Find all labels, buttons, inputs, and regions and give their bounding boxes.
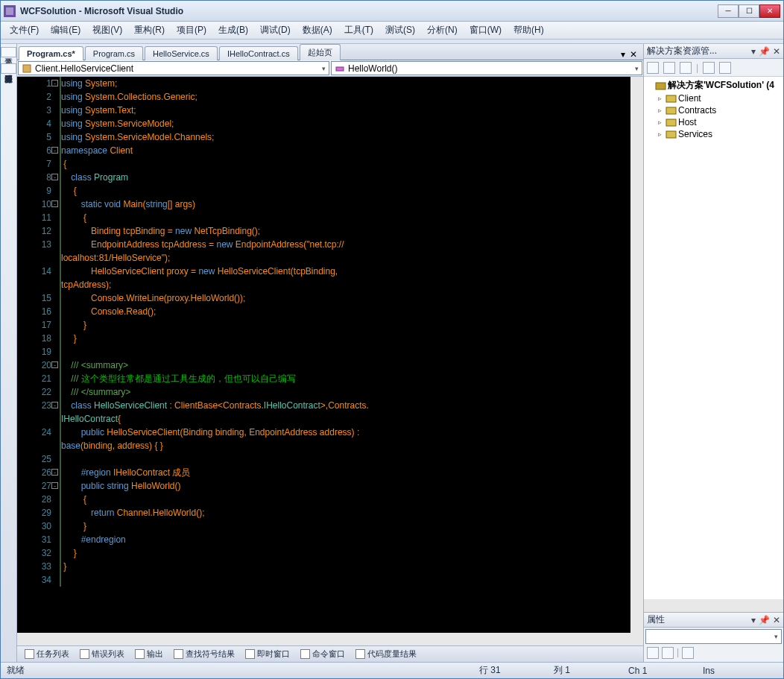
code-editor[interactable]: 1-using System;2using System.Collections… bbox=[17, 77, 630, 633]
doc-tab[interactable]: 起始页 bbox=[300, 44, 341, 60]
show-all-button[interactable] bbox=[663, 62, 675, 74]
menu-视图[interactable]: 视图(V) bbox=[86, 22, 128, 39]
doc-tab[interactable]: Program.cs bbox=[85, 46, 143, 60]
bottom-tab[interactable]: 输出 bbox=[130, 647, 168, 661]
member-combo-text: HelloWorld() bbox=[348, 63, 397, 74]
view-code-button[interactable] bbox=[703, 62, 715, 74]
menu-编辑[interactable]: 编辑(E) bbox=[45, 22, 86, 39]
tree-node[interactable]: ▹Contracts bbox=[645, 104, 782, 116]
tab-icon bbox=[25, 649, 34, 659]
minimize-button[interactable]: ─ bbox=[718, 4, 739, 18]
titlebar: WCFSolution - Microsoft Visual Studio ─ … bbox=[1, 1, 783, 22]
fold-toggle[interactable]: - bbox=[51, 147, 58, 154]
doc-tabs-controls: ▾ ✕ bbox=[621, 49, 643, 60]
alphabetical-button[interactable] bbox=[662, 647, 674, 659]
menu-文件[interactable]: 文件(F) bbox=[4, 22, 45, 39]
tab-dropdown-icon[interactable]: ▾ bbox=[621, 49, 625, 60]
type-combo[interactable]: Client.HelloServiceClient ▾ bbox=[18, 61, 329, 75]
chevron-down-icon: ▾ bbox=[635, 65, 639, 72]
menu-项目[interactable]: 项目(P) bbox=[171, 22, 212, 39]
window-buttons: ─ ☐ ✕ bbox=[718, 4, 780, 18]
menu-帮助[interactable]: 帮助(H) bbox=[508, 22, 550, 39]
window-title: WCFSolution - Microsoft Visual Studio bbox=[20, 6, 718, 16]
tree-node[interactable]: 解决方案'WCFSolution' (4 bbox=[645, 78, 782, 92]
menubar: 文件(F)编辑(E)视图(V)重构(R)项目(P)生成(B)调试(D)数据(A)… bbox=[1, 22, 783, 40]
fold-toggle[interactable]: - bbox=[51, 361, 58, 368]
fold-toggle[interactable]: - bbox=[51, 80, 58, 86]
solution-explorer-toolbar: | bbox=[644, 59, 783, 77]
menu-工具[interactable]: 工具(T) bbox=[338, 22, 379, 39]
solution-tree[interactable]: 解决方案'WCFSolution' (4▹Client▹Contracts▹Ho… bbox=[644, 77, 783, 599]
sidebar-tab[interactable]: 工具箱 bbox=[1, 47, 16, 57]
tree-node[interactable]: ▹Host bbox=[645, 116, 782, 128]
app-window: WCFSolution - Microsoft Visual Studio ─ … bbox=[0, 0, 784, 679]
panel-dropdown-icon[interactable]: ▾ bbox=[751, 46, 756, 57]
panel-pin-icon[interactable]: 📌 bbox=[759, 46, 770, 57]
main-area: 工具箱服务器资源管理器 Program.cs*Program.csHelloSe… bbox=[1, 44, 783, 662]
menu-分析[interactable]: 分析(N) bbox=[421, 22, 464, 39]
status-text: 就绪 bbox=[7, 664, 25, 677]
fold-toggle[interactable]: - bbox=[51, 469, 58, 476]
fold-toggle[interactable]: - bbox=[51, 200, 58, 207]
maximize-button[interactable]: ☐ bbox=[739, 4, 759, 18]
folder-icon bbox=[666, 117, 677, 127]
tree-node[interactable]: ▹Services bbox=[645, 128, 782, 140]
tab-icon bbox=[80, 649, 89, 659]
chevron-down-icon: ▾ bbox=[322, 65, 326, 72]
menu-窗口[interactable]: 窗口(W) bbox=[464, 22, 508, 39]
status-line: 行 31 bbox=[479, 664, 554, 677]
categorized-button[interactable] bbox=[647, 647, 659, 659]
app-icon bbox=[4, 5, 16, 17]
menu-数据[interactable]: 数据(A) bbox=[297, 22, 338, 39]
tab-icon bbox=[135, 649, 145, 659]
bottom-tab[interactable]: 命令窗口 bbox=[296, 647, 350, 661]
close-button[interactable]: ✕ bbox=[759, 4, 780, 18]
sidebar-tab[interactable]: 服务器资源管理器 bbox=[1, 63, 16, 74]
right-panel: 解决方案资源管... ▾ 📌 ✕ | 解决方案'WCFSolution' (4▹… bbox=[643, 44, 783, 662]
fold-toggle[interactable]: - bbox=[51, 402, 58, 408]
bottom-tab[interactable]: 任务列表 bbox=[20, 647, 74, 661]
fold-toggle[interactable]: - bbox=[51, 174, 58, 180]
panel-pin-icon[interactable]: 📌 bbox=[759, 615, 770, 625]
refresh-button[interactable] bbox=[680, 62, 692, 74]
menu-重构[interactable]: 重构(R) bbox=[128, 22, 171, 39]
tab-close-icon[interactable]: ✕ bbox=[630, 49, 637, 60]
member-combo[interactable]: HelloWorld() ▾ bbox=[331, 61, 642, 75]
svg-rect-6 bbox=[666, 119, 676, 126]
fold-toggle[interactable]: - bbox=[51, 482, 58, 489]
bottom-tab[interactable]: 即时窗口 bbox=[241, 647, 294, 661]
properties-header: 属性 ▾ 📌 ✕ bbox=[644, 613, 783, 628]
panel-close-icon[interactable]: ✕ bbox=[773, 615, 780, 625]
menu-测试[interactable]: 测试(S) bbox=[379, 22, 421, 39]
svg-rect-4 bbox=[666, 95, 676, 102]
properties-panel: 属性 ▾ 📌 ✕ ▾ | bbox=[644, 612, 783, 662]
statusbar: 就绪 行 31 列 1 Ch 1 Ins bbox=[1, 662, 783, 678]
properties-object-combo[interactable]: ▾ bbox=[645, 629, 782, 644]
editor-horizontal-scrollbar[interactable] bbox=[17, 633, 643, 645]
menu-生成[interactable]: 生成(B) bbox=[212, 22, 254, 39]
folder-icon bbox=[666, 93, 677, 104]
editor-vertical-scrollbar[interactable] bbox=[630, 77, 643, 633]
code-nav-bar: Client.HelloServiceClient ▾ HelloWorld()… bbox=[17, 60, 643, 77]
bottom-tab[interactable]: 查找符号结果 bbox=[169, 647, 239, 661]
svg-rect-5 bbox=[666, 107, 676, 114]
property-pages-button[interactable] bbox=[682, 647, 694, 659]
editor-container: 1-using System;2using System.Collections… bbox=[17, 77, 643, 633]
tree-horizontal-scrollbar[interactable] bbox=[644, 599, 783, 612]
menu-调试[interactable]: 调试(D) bbox=[254, 22, 297, 39]
folder-icon bbox=[666, 105, 677, 116]
doc-tab[interactable]: Program.cs* bbox=[19, 46, 83, 60]
tab-icon bbox=[355, 649, 365, 659]
doc-tab[interactable]: HelloService.cs bbox=[145, 46, 218, 60]
tree-node[interactable]: ▹Client bbox=[645, 92, 782, 104]
folder-icon bbox=[666, 129, 677, 139]
svg-rect-7 bbox=[666, 131, 676, 138]
tab-icon bbox=[300, 649, 310, 659]
panel-dropdown-icon[interactable]: ▾ bbox=[751, 615, 756, 625]
panel-close-icon[interactable]: ✕ bbox=[773, 46, 780, 57]
properties-button[interactable] bbox=[647, 62, 659, 74]
doc-tab[interactable]: IHelloContract.cs bbox=[219, 46, 298, 60]
bottom-tab[interactable]: 代码度量结果 bbox=[351, 647, 421, 661]
view-designer-button[interactable] bbox=[719, 62, 731, 74]
bottom-tab[interactable]: 错误列表 bbox=[75, 647, 129, 661]
